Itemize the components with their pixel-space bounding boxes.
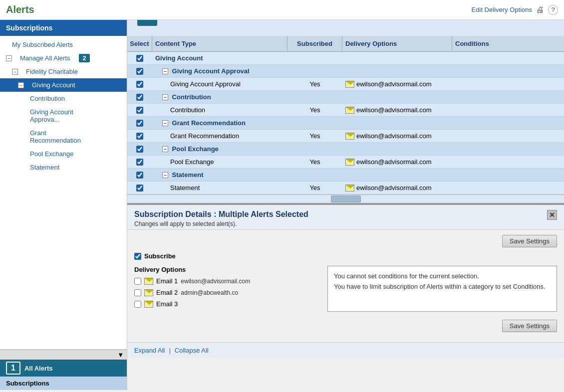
save-settings-top[interactable]: Save Settings (502, 235, 557, 247)
subscribe-row: Subscribe (134, 252, 557, 260)
delivery-title: Delivery Options (134, 266, 319, 273)
badge-3: 3 (137, 20, 157, 26)
row-checkbox-10[interactable] (127, 169, 152, 181)
row-checkbox-11[interactable] (127, 182, 152, 194)
table-row: − Giving Account Approval (127, 65, 564, 78)
row-content-3: Giving Account Approval (152, 78, 287, 90)
expand-all-link[interactable]: Expand All (134, 347, 165, 354)
row-conditions-1 (452, 56, 564, 61)
page-header: Alerts Edit Delivery Options 🖨 ? (0, 0, 564, 20)
row-checkbox-8[interactable] (127, 143, 152, 155)
row-conditions-7 (452, 134, 564, 139)
print-icon[interactable]: 🖨 (536, 5, 544, 14)
collapse-fidelity[interactable]: − (12, 69, 18, 75)
collapse-giving-account[interactable]: − (18, 82, 24, 88)
row-subscribed-1 (287, 56, 342, 61)
nav-item-fidelity[interactable]: − Fidelity Charitable (0, 65, 127, 78)
email-address-5: ewilson@advisormail.com (356, 106, 431, 114)
edit-delivery-link[interactable]: Edit Delivery Options (472, 6, 532, 13)
row-content-5: Contribution (152, 104, 287, 116)
email3-checkbox[interactable] (134, 301, 141, 308)
row-subscribed-11: Yes (287, 182, 342, 194)
email2-checkbox[interactable] (134, 289, 141, 296)
scrollbar-thumb[interactable] (331, 196, 361, 202)
table-row: Contribution Yes ewilson@advisormail.com (127, 104, 564, 117)
email-icon-5 (345, 107, 354, 114)
badge-2: 2 (79, 54, 89, 62)
my-subscribed-link[interactable]: My Subscribed Alerts (6, 39, 79, 50)
subscribe-checkbox[interactable] (134, 253, 141, 260)
nav-item-pool[interactable]: Pool Exchange (0, 147, 127, 161)
grant-link[interactable]: Grant Recommendation (24, 128, 103, 146)
row-content-11: Statement (152, 182, 287, 194)
email2-icon (144, 289, 153, 296)
row-checkbox-7[interactable] (127, 130, 152, 142)
row-checkbox-3[interactable] (127, 78, 152, 90)
collapse-row2[interactable]: − (162, 68, 168, 74)
pool-link[interactable]: Pool Exchange (24, 149, 79, 159)
manage-all-link[interactable]: Manage All Alerts (14, 53, 76, 63)
alerts-table: 3 Select Content Type Subscribed Deliver… (127, 20, 564, 204)
row-checkbox-1[interactable] (127, 52, 152, 64)
row-subscribed-7: Yes (287, 130, 342, 142)
row-delivery-7: ewilson@advisormail.com (342, 130, 452, 142)
row-subscribed-8 (287, 147, 342, 152)
row-content-2: − Giving Account Approval (152, 65, 287, 77)
email-address-9: ewilson@advisormail.com (356, 158, 431, 166)
row-delivery-6 (342, 121, 452, 126)
collapse-row4[interactable]: − (162, 94, 168, 100)
row-conditions-6 (452, 121, 564, 126)
table-scrollbar[interactable] (127, 195, 564, 203)
row-checkbox-9[interactable] (127, 156, 152, 168)
details-body: Save Settings Subscribe Delivery Options… (127, 230, 564, 342)
row-subscribed-5: Yes (287, 104, 342, 116)
subscriptions-footer: Subscriptions (0, 377, 127, 390)
email1-checkbox[interactable] (134, 278, 141, 285)
row-checkbox-6[interactable] (127, 117, 152, 129)
close-button[interactable]: ✕ (547, 210, 557, 220)
collapse-row8[interactable]: − (162, 146, 168, 152)
collapse-manage-all[interactable]: − (6, 55, 12, 61)
email-icon-11 (345, 185, 354, 192)
save-row-bottom: Save Settings (134, 320, 557, 332)
nav-item-giving-approval[interactable]: Giving Account Approva... (0, 105, 127, 126)
details-header-text: Subscription Details : Multiple Alerts S… (134, 210, 308, 227)
row-delivery-11: ewilson@advisormail.com (342, 182, 452, 194)
email2-address: admin@abcwealth.co (181, 289, 238, 296)
statement-link[interactable]: Statement (24, 162, 65, 173)
row-conditions-9 (452, 160, 564, 165)
nav-item-my-subscribed[interactable]: My Subscribed Alerts (0, 38, 127, 51)
save-settings-bottom[interactable]: Save Settings (502, 320, 557, 332)
collapse-row6[interactable]: − (162, 120, 168, 126)
email1-icon (144, 278, 153, 285)
collapse-all-link[interactable]: Collapse All (175, 347, 209, 354)
row-conditions-4 (452, 95, 564, 100)
email-icon-7 (345, 133, 354, 140)
nav-item-contribution[interactable]: Contribution (0, 92, 127, 105)
col-header-conditions: Conditions (452, 36, 564, 51)
nav-item-manage-all[interactable]: − Manage All Alerts 2 (0, 51, 127, 65)
fidelity-link[interactable]: Fidelity Charitable (20, 66, 84, 77)
sidebar-dropdown-arrow[interactable]: ▼ (117, 351, 124, 359)
row-checkbox-5[interactable] (127, 104, 152, 116)
contribution-link[interactable]: Contribution (24, 93, 71, 104)
row-checkbox-4[interactable] (127, 91, 152, 103)
nav-item-grant[interactable]: Grant Recommendation (0, 126, 127, 147)
row-checkbox-2[interactable] (127, 65, 152, 77)
table-row: Giving Account Approval Yes ewilson@advi… (127, 78, 564, 91)
details-panel: Subscription Details : Multiple Alerts S… (127, 204, 564, 390)
delivery-option-2: Email 2 admin@abcwealth.co (134, 289, 319, 296)
conditions-line-2: You have to limit subscription of Alerts… (334, 282, 551, 292)
badge-1: 1 (6, 362, 20, 375)
details-title: Subscription Details : Multiple Alerts S… (134, 210, 308, 219)
collapse-row10[interactable]: − (162, 172, 168, 178)
subscribe-label: Subscribe (144, 252, 176, 260)
nav-item-statement[interactable]: Statement (0, 161, 127, 174)
giving-account-link[interactable]: Giving Account (26, 80, 81, 90)
giving-approval-link[interactable]: Giving Account Approva... (24, 107, 103, 125)
row-conditions-2 (452, 69, 564, 74)
nav-item-giving-account-active[interactable]: − Giving Account (0, 78, 127, 92)
col-header-content: Content Type (152, 36, 287, 51)
page-title: Alerts (6, 4, 472, 15)
help-icon[interactable]: ? (548, 5, 558, 15)
